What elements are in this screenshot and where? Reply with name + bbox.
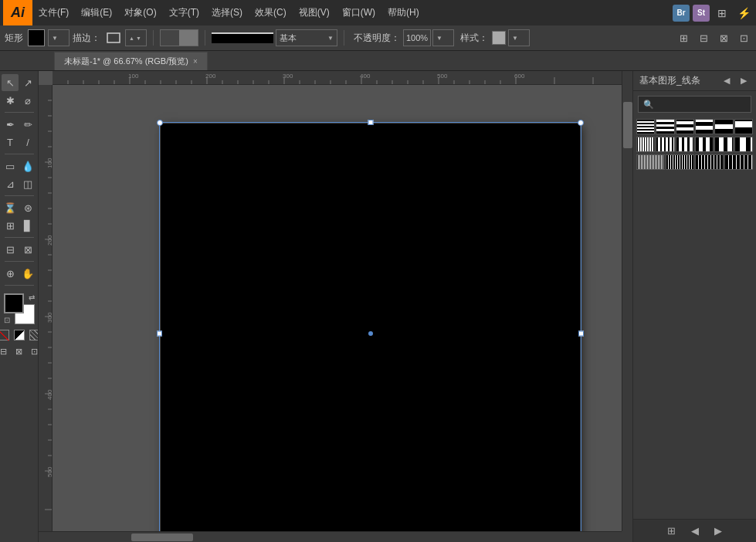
draw-behind-icon[interactable]: ⊠ [12,344,26,358]
swatch-vlines-3[interactable] [676,137,694,152]
document-tab[interactable]: 未标题-1* @ 66.67% (RGB/预览) × [54,52,208,70]
distribute-icon[interactable]: ⊠ [716,30,731,46]
swap-colors-icon[interactable]: ⇄ [29,293,35,302]
workspace-switcher[interactable]: ⊞ [713,4,731,22]
touch-tool[interactable]: / [19,134,36,151]
swatch-barcode-3[interactable] [695,154,724,170]
gradient-fill-icon[interactable] [12,328,26,342]
panel-nav-next[interactable]: ▶ [737,75,750,87]
horizontal-scrollbar[interactable] [39,531,622,542]
swatch-lines-1[interactable] [636,119,655,134]
lasso-tool[interactable]: ⌀ [19,92,36,109]
swatch-vlines-2[interactable] [656,137,674,152]
vertical-scrollbar[interactable] [622,71,632,531]
style-swatch[interactable] [492,31,506,45]
menu-file[interactable]: 文件(F) [32,0,75,25]
search-button[interactable]: ⚡ [734,4,753,22]
swatch-barcode-2[interactable] [666,154,694,170]
symbol-tool[interactable]: ⊛ [19,199,36,216]
opacity-dropdown[interactable]: ▼ [432,29,454,46]
panel-search-bar[interactable]: 🔍 [638,96,751,113]
color-box[interactable] [160,29,198,46]
menu-object[interactable]: 对象(O) [118,0,162,25]
stroke-type-dropdown[interactable]: 基本 ▼ [276,29,337,46]
app-logo: Ai [3,0,32,25]
toolbar-sep-2 [205,30,205,46]
align-icon[interactable]: ⊟ [696,30,711,46]
handle-mid-right[interactable] [578,330,584,336]
blend-tool[interactable]: ⌛ [2,199,19,216]
reset-colors-icon[interactable]: ⊡ [4,316,10,324]
swatch-vlines-6[interactable] [734,137,753,152]
handle-top-mid[interactable] [368,120,373,125]
swatch-barcode-4[interactable] [724,154,753,170]
magic-wand-tool[interactable]: ✱ [2,92,19,109]
zoom-tool[interactable]: ⊕ [2,265,19,282]
no-fill-icon[interactable] [0,328,11,342]
menu-window[interactable]: 窗口(W) [336,0,381,25]
handle-mid-left[interactable] [157,330,162,336]
stroke-type-arrow: ▼ [327,35,334,42]
fill-swatch[interactable] [28,29,45,46]
tool-sep-5 [5,261,34,262]
more-icon[interactable]: ⊡ [736,30,751,46]
stroke-weight-dropdown[interactable]: ▲ ▼ [125,29,147,46]
eyedropper-tool[interactable]: 💧 [19,158,36,174]
hand-tool[interactable]: ✋ [19,265,36,282]
select-tool[interactable]: ↖ [2,74,19,91]
menu-type[interactable]: 文字(T) [163,0,205,25]
handle-top-right[interactable] [578,120,584,126]
pattern-fill-icon[interactable] [28,328,39,342]
panel-next-btn[interactable]: ▶ [710,523,726,539]
stock-button[interactable]: St [693,5,710,22]
menu-view[interactable]: 视图(V) [293,0,336,25]
swatch-vlines-1[interactable] [636,137,655,152]
bar-chart-tool[interactable]: ▊ [19,217,36,234]
pen-tool[interactable]: ✒ [2,116,19,133]
artboard[interactable] [161,124,580,531]
swatch-lines-6[interactable] [734,119,753,134]
swatch-lines-3[interactable] [676,119,694,134]
svg-rect-41 [39,85,53,531]
tab-close-button[interactable]: × [193,57,198,66]
svg-text:500: 500 [437,73,448,80]
menu-effect[interactable]: 效果(C) [249,0,293,25]
slice-tool[interactable]: ⊠ [19,241,36,258]
swatch-vlines-4[interactable] [695,137,714,152]
panel-nav-prev[interactable]: ◀ [720,75,733,87]
column-graph-tool[interactable]: ⊞ [2,217,19,234]
add-anchor-tool[interactable]: ✏ [19,116,36,133]
swatch-lines-2[interactable] [656,119,674,134]
menu-select[interactable]: 选择(S) [205,0,249,25]
swatch-lines-4[interactable] [695,119,714,134]
swatch-lines-5[interactable] [714,119,733,134]
paintbucket-tool[interactable]: ⊿ [2,175,19,192]
bridge-button[interactable]: Br [673,5,690,22]
rectangle-tool[interactable]: ▭ [2,158,19,174]
tool-row-4: T / [2,134,36,151]
shape-label: 矩形 [5,32,23,45]
arrange-icon[interactable]: ⊞ [676,30,691,46]
stroke-spin-dn[interactable]: ▼ [136,36,141,41]
draw-inside-icon[interactable]: ⊡ [28,344,39,358]
direct-select-tool[interactable]: ↗ [19,74,36,91]
panel-prev-btn[interactable]: ◀ [687,523,703,539]
menu-edit[interactable]: 编辑(E) [75,0,118,25]
style-dropdown[interactable]: ▼ [508,29,530,46]
artboard-tool[interactable]: ⊟ [2,241,19,258]
type-tool[interactable]: T [2,134,19,151]
gradient-tool[interactable]: ◫ [19,175,36,192]
foreground-color-swatch[interactable] [4,293,24,313]
menu-help[interactable]: 帮助(H) [381,0,425,25]
stroke-spin-up[interactable]: ▲ [129,36,134,41]
tool-sep-3 [5,195,34,196]
swatch-vlines-5[interactable] [714,137,733,152]
handle-top-left[interactable] [157,120,163,126]
canvas-area[interactable]: // generated by SVG inline — just draw l… [39,71,632,542]
opacity-value[interactable]: 100% [403,29,431,46]
swatch-barcode-1[interactable] [636,154,665,170]
fill-dropdown[interactable]: ▼ [48,29,69,46]
opacity-section: 不透明度： 100% ▼ [354,29,454,46]
draw-normal-icon[interactable]: ⊟ [0,344,11,358]
panel-library-icon[interactable]: ⊞ [664,523,680,539]
